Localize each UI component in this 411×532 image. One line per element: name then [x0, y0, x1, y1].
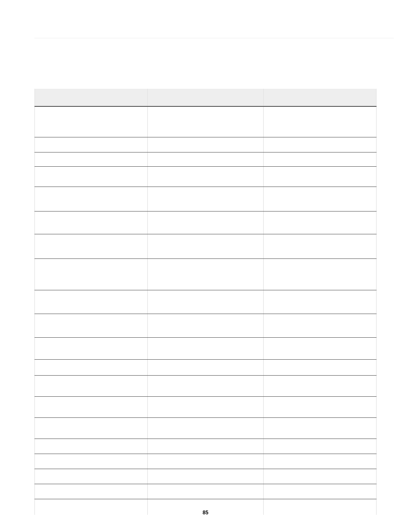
table-cell: [35, 187, 148, 212]
table-header-row: [35, 89, 377, 106]
table-cell: [264, 360, 377, 376]
table-row: [35, 187, 377, 212]
header-divider: [34, 38, 394, 38]
table-row: [35, 167, 377, 187]
table-cell: [264, 259, 377, 290]
document-page: 85: [0, 0, 411, 532]
table-row: [35, 314, 377, 338]
table-cell: [264, 314, 377, 338]
table-cell: [147, 484, 264, 499]
table-cell: [264, 418, 377, 439]
table-row: [35, 137, 377, 152]
table-row: [35, 152, 377, 167]
table-cell: [264, 338, 377, 360]
table-cell: [264, 187, 377, 212]
table-cell: [35, 469, 148, 484]
table-row: [35, 360, 377, 376]
table-cell: [35, 212, 148, 234]
table-cell: [35, 484, 148, 499]
table-row: [35, 338, 377, 360]
table-row: [35, 376, 377, 397]
table-row: [35, 290, 377, 314]
table-row: [35, 454, 377, 469]
table-cell: [147, 259, 264, 290]
table-cell: [147, 439, 264, 454]
table-cell: [147, 360, 264, 376]
table-header-cell: [147, 89, 264, 106]
table-cell: [35, 290, 148, 314]
table-cell: [264, 234, 377, 259]
table-cell: [264, 469, 377, 484]
table-cell: [35, 167, 148, 187]
table-row: [35, 418, 377, 439]
table-cell: [147, 469, 264, 484]
table-cell: [264, 106, 377, 137]
table-cell: [264, 212, 377, 234]
table-cell: [147, 137, 264, 152]
table-cell: [35, 106, 148, 137]
table-cell: [147, 212, 264, 234]
table-header-cell: [35, 89, 148, 106]
table-cell: [147, 314, 264, 338]
table-cell: [264, 397, 377, 418]
table-cell: [147, 187, 264, 212]
table-cell: [35, 338, 148, 360]
table-cell: [147, 376, 264, 397]
table-cell: [35, 137, 148, 152]
table-body: [35, 106, 377, 515]
table-row: [35, 259, 377, 290]
table-header-cell: [264, 89, 377, 106]
table-cell: [264, 137, 377, 152]
table-cell: [147, 418, 264, 439]
table-cell: [35, 360, 148, 376]
table-cell: [264, 454, 377, 469]
table-cell: [147, 290, 264, 314]
table-row: [35, 484, 377, 499]
table-row: [35, 469, 377, 484]
table-cell: [147, 234, 264, 259]
table-cell: [35, 376, 148, 397]
table-cell: [147, 106, 264, 137]
table-cell: [264, 167, 377, 187]
table-cell: [35, 397, 148, 418]
table-container: [34, 89, 377, 515]
table-row: [35, 439, 377, 454]
table-row: [35, 106, 377, 137]
table-cell: [264, 152, 377, 167]
table-cell: [35, 314, 148, 338]
table-cell: [35, 234, 148, 259]
table-cell: [35, 439, 148, 454]
table-cell: [147, 454, 264, 469]
table-cell: [264, 290, 377, 314]
table-cell: [35, 152, 148, 167]
table-cell: [147, 152, 264, 167]
data-table: [34, 89, 377, 515]
table-row: [35, 234, 377, 259]
table-cell: [35, 418, 148, 439]
table-row: [35, 212, 377, 234]
table-cell: [147, 167, 264, 187]
table-cell: [264, 376, 377, 397]
table-row: [35, 397, 377, 418]
page-number: 85: [0, 510, 411, 516]
table-cell: [264, 439, 377, 454]
table-cell: [35, 454, 148, 469]
table-cell: [147, 338, 264, 360]
table-cell: [264, 484, 377, 499]
table-cell: [35, 259, 148, 290]
table-cell: [147, 397, 264, 418]
